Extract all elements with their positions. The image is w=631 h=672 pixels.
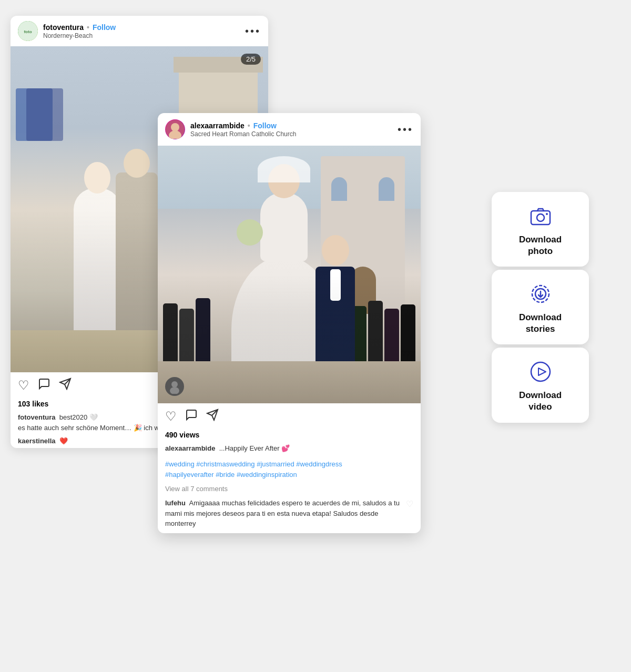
back-comment-button[interactable] <box>38 378 50 393</box>
comment-heart-icon[interactable]: ♡ <box>406 498 413 511</box>
front-share-button[interactable] <box>206 409 219 424</box>
front-hashtags: #wedding #christmaswedding #justmarried … <box>158 457 421 484</box>
front-comment-body: Amigaaaa muchas felicidades espero te ac… <box>165 499 400 527</box>
back-caption-text: best2020 🤍 <box>59 413 98 421</box>
hashtag-bride[interactable]: #bride <box>216 471 235 478</box>
front-options-button[interactable]: ••• <box>398 124 413 135</box>
front-username-row: alexaarrambide • Follow <box>190 121 392 130</box>
front-post-header: alexaarrambide • Follow Sacred Heart Rom… <box>158 113 421 146</box>
download-cards-container: Downloadphoto Downloadstories Downloadvi… <box>492 192 589 423</box>
front-caption-text: ...Happily Ever After 💕 <box>219 444 290 452</box>
front-comment-text: lufehu Amigaaaa muchas felicidades esper… <box>165 498 406 529</box>
back-comment-text: ❤️ <box>59 437 68 445</box>
wedding-scene <box>158 146 421 403</box>
back-comment-username[interactable]: kaerstinella <box>18 437 56 445</box>
back-follow-button[interactable]: Follow <box>93 23 116 32</box>
front-caption: alexaarrambide ...Happily Ever After 💕 <box>158 442 421 457</box>
back-username-row: fotoventura • Follow <box>43 23 240 32</box>
back-location: Norderney-Beach <box>43 32 240 39</box>
download-stories-card[interactable]: Downloadstories <box>492 270 589 344</box>
back-share-button[interactable] <box>59 378 72 393</box>
svg-point-8 <box>171 381 178 388</box>
back-user-info: fotoventura • Follow Norderney-Beach <box>43 23 240 39</box>
front-username[interactable]: alexaarrambide <box>190 121 245 130</box>
front-location: Sacred Heart Roman Catholic Church <box>190 130 392 138</box>
back-dot-sep: • <box>87 23 89 32</box>
front-image-overlay <box>158 146 421 403</box>
front-comment-row: lufehu Amigaaaa muchas felicidades esper… <box>158 496 421 533</box>
back-caption-username[interactable]: fotoventura <box>18 413 56 421</box>
front-actions-bar: ♡ <box>158 403 421 430</box>
front-user-info: alexaarrambide • Follow Sacred Heart Rom… <box>190 121 392 138</box>
download-stories-label: Downloadstories <box>519 312 562 335</box>
hashtag-christmaswedding[interactable]: #christmaswedding <box>196 460 255 468</box>
svg-point-14 <box>546 213 548 215</box>
slide-indicator: 2/5 <box>241 54 261 65</box>
camera-icon <box>528 203 553 229</box>
front-views: 490 views <box>158 430 421 442</box>
front-avatar <box>165 119 185 139</box>
front-post-image <box>158 146 421 403</box>
back-post-header: foto fotoventura • Follow Norderney-Beac… <box>11 16 268 46</box>
view-comments-button[interactable]: View all 7 comments <box>158 484 421 496</box>
back-username[interactable]: fotoventura <box>43 23 84 32</box>
front-like-button[interactable]: ♡ <box>165 409 177 424</box>
back-options-button[interactable]: ••• <box>245 26 261 36</box>
svg-point-13 <box>537 214 544 221</box>
hashtag-justmarried[interactable]: #justmarried <box>257 460 294 468</box>
back-like-button[interactable]: ♡ <box>18 378 29 393</box>
download-video-label: Downloadvideo <box>519 390 562 413</box>
video-play-icon <box>528 359 553 384</box>
front-follow-button[interactable]: Follow <box>253 121 277 130</box>
back-avatar: foto <box>18 21 38 41</box>
svg-point-18 <box>531 362 550 381</box>
svg-rect-12 <box>531 211 550 225</box>
front-caption-username[interactable]: alexaarrambide <box>165 444 215 452</box>
stories-icon <box>528 281 553 307</box>
hashtag-weddingdress[interactable]: #weddingdress <box>296 460 342 468</box>
front-comment-username[interactable]: lufehu <box>165 499 186 507</box>
hashtag-weddinginspiration[interactable]: #weddinginspiration <box>237 471 297 478</box>
svg-marker-19 <box>538 368 546 375</box>
front-post-card: alexaarrambide • Follow Sacred Heart Rom… <box>158 113 421 533</box>
hashtag-hapilyeverafter[interactable]: #hapilyeverafter <box>165 471 214 478</box>
download-photo-label: Downloadphoto <box>519 234 562 257</box>
front-comment-button[interactable] <box>185 409 198 424</box>
hashtag-wedding[interactable]: #wedding <box>165 460 195 468</box>
svg-point-5 <box>171 123 179 131</box>
front-dot-sep: • <box>248 121 250 130</box>
svg-text:foto: foto <box>24 29 32 34</box>
download-photo-card[interactable]: Downloadphoto <box>492 192 589 267</box>
download-video-card[interactable]: Downloadvideo <box>492 348 589 422</box>
front-avatar-overlay <box>165 377 184 396</box>
